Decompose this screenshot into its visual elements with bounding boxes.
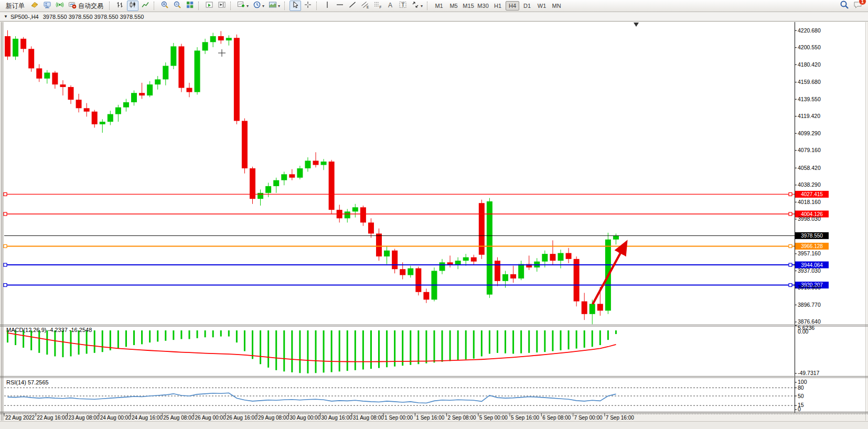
crosshair-icon <box>304 1 312 11</box>
candle <box>242 119 248 174</box>
crosshair-icon[interactable] <box>302 1 314 11</box>
chart-shift-icon[interactable] <box>216 1 228 11</box>
candle-body <box>226 38 232 40</box>
candle <box>170 43 176 69</box>
time-axis-label: 22 Aug 16:00 <box>37 415 68 421</box>
new-order-button[interactable]: 新订单 <box>3 1 28 11</box>
zoom-out-icon[interactable] <box>172 1 183 11</box>
fibonacci-icon[interactable]: F <box>372 1 383 11</box>
chart-panels-bg <box>4 22 866 413</box>
rsi-scale-label: 50 <box>798 393 804 399</box>
timeframe-button-m30[interactable]: M30 <box>476 1 490 10</box>
vertical-line-icon <box>323 1 331 11</box>
time-axis-label: 5 Sep 16:00 <box>511 415 539 421</box>
price-axis-label: 3957.160 <box>798 250 821 256</box>
candle-body <box>258 193 263 199</box>
terminal-icon <box>43 1 51 11</box>
time-axis-label: 29 Aug 08:00 <box>258 415 289 421</box>
chart-area[interactable]: 4027.4154004.1263978.5503966.1283944.064… <box>0 22 868 429</box>
candle-body <box>502 274 508 281</box>
autotrading-button-label: 自动交易 <box>78 2 103 10</box>
equidistant-channel-icon[interactable]: E <box>359 1 371 11</box>
autotrading-button[interactable]: 自动交易 <box>67 1 106 11</box>
time-axis-label: 2 Sep 08:00 <box>448 415 476 421</box>
candle-body <box>345 211 350 218</box>
timeframe-button-m5[interactable]: M5 <box>447 1 460 10</box>
candle-body <box>471 258 477 262</box>
periods-icon[interactable]: ▾ <box>251 1 266 11</box>
line-end-marker[interactable] <box>789 263 792 266</box>
timeframe-button-d1[interactable]: D1 <box>520 1 534 10</box>
line-end-marker[interactable] <box>789 284 792 287</box>
candle-body <box>408 269 413 275</box>
chevron-down-icon[interactable]: ▾ <box>278 4 280 8</box>
candle-body <box>550 254 555 261</box>
zoom-in-icon[interactable] <box>159 1 170 11</box>
timeframe-button-m1[interactable]: M1 <box>432 1 446 10</box>
history-center-icon[interactable] <box>29 1 40 11</box>
timeframe-button-mn[interactable]: MN <box>550 1 563 10</box>
arrow-objects-icon <box>411 1 420 11</box>
candle-body <box>68 87 74 100</box>
candle-body <box>273 180 279 186</box>
chevron-down-icon[interactable]: ▾ <box>262 4 264 8</box>
bar-chart-icon[interactable] <box>114 1 126 11</box>
auto-scroll-icon[interactable] <box>203 1 215 11</box>
history-center-icon <box>30 1 39 11</box>
line-end-marker[interactable] <box>4 284 7 287</box>
chevron-down-icon[interactable]: ▾ <box>247 4 249 8</box>
status-strip <box>0 421 868 429</box>
chart-collapse-icon[interactable]: ▼ <box>4 14 8 19</box>
tile-windows-icon[interactable] <box>184 1 196 11</box>
horizontal-line-icon[interactable] <box>334 1 346 11</box>
line-chart-icon <box>141 1 149 11</box>
candlestick-chart-icon[interactable] <box>127 1 138 11</box>
vertical-line-icon[interactable] <box>322 1 333 11</box>
candle-body <box>352 207 358 211</box>
search-icon[interactable] <box>840 0 849 12</box>
timeframe-button-h4[interactable]: H4 <box>506 1 519 10</box>
toolbar-separator <box>284 2 287 10</box>
timeframe-button-w1[interactable]: W1 <box>535 1 549 10</box>
time-axis-label: 6 Sep 08:00 <box>542 415 571 421</box>
trading-terminal-window: { "toolbar": { "buttons": [ {"name":"new… <box>0 0 868 429</box>
text-icon[interactable]: A <box>384 1 396 11</box>
indicators-icon <box>237 1 245 11</box>
trendline-icon[interactable] <box>347 1 358 11</box>
price-axis-label: 4220.680 <box>798 27 821 34</box>
candle-body <box>487 201 492 295</box>
cursor-icon[interactable] <box>290 1 301 11</box>
arrow-objects-icon[interactable]: ▾ <box>410 1 424 11</box>
line-end-marker[interactable] <box>4 212 7 216</box>
candle <box>431 267 437 302</box>
candle-body <box>202 42 208 50</box>
line-end-marker[interactable] <box>4 192 7 196</box>
time-axis-label: 1 Sep 00:00 <box>384 415 413 421</box>
terminal-icon[interactable] <box>41 1 53 11</box>
market-signal-icon[interactable] <box>54 1 66 11</box>
price-axis-label: 3896.770 <box>798 302 821 308</box>
templates-icon[interactable]: ▾ <box>267 1 282 11</box>
candle <box>178 44 184 92</box>
toolbar-separator <box>427 2 430 10</box>
timeframe-button-h1[interactable]: H1 <box>491 1 505 10</box>
line-end-marker[interactable] <box>789 212 792 216</box>
line-end-marker[interactable] <box>4 244 7 248</box>
candle-body <box>13 39 18 57</box>
price-axis-label: 4038.290 <box>798 181 821 188</box>
line-end-marker[interactable] <box>789 244 792 248</box>
indicators-icon[interactable]: ▾ <box>235 1 250 11</box>
chevron-down-icon[interactable]: ▾ <box>421 4 423 8</box>
text-label-icon[interactable]: T <box>397 1 409 11</box>
candle-body <box>392 251 398 270</box>
candle-body <box>455 261 461 265</box>
timeframe-button-m15[interactable]: M15 <box>462 1 475 10</box>
candle-body <box>5 36 10 57</box>
candle-body <box>518 264 524 278</box>
line-chart-icon[interactable] <box>140 1 151 11</box>
candle-body <box>495 261 500 281</box>
line-end-marker[interactable] <box>789 192 792 196</box>
chat-icon[interactable]: 1 <box>853 0 863 12</box>
candle <box>195 47 200 94</box>
line-end-marker[interactable] <box>4 263 7 266</box>
